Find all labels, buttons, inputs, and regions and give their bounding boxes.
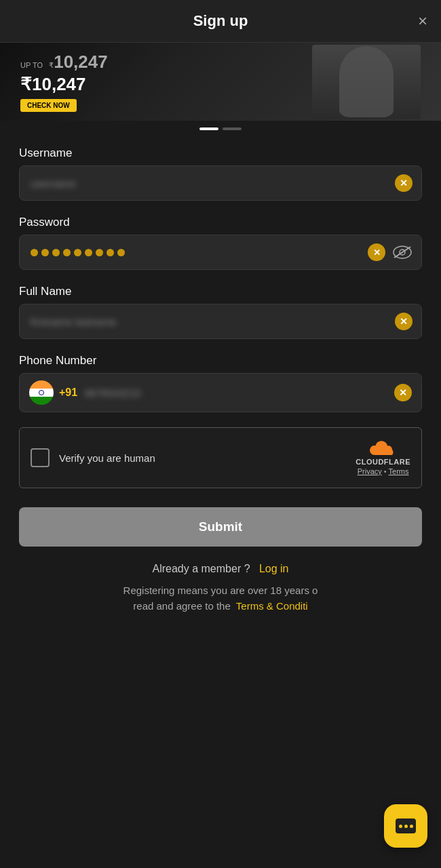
ashoka-wheel bbox=[39, 390, 44, 395]
fullname-label: Full Name bbox=[19, 285, 422, 298]
cf-separator: • bbox=[384, 467, 387, 475]
fullname-input[interactable]: firstname lastname bbox=[19, 304, 422, 339]
flag-india bbox=[29, 380, 54, 405]
already-member: Already a member ? Log in bbox=[19, 563, 422, 575]
username-label: Username bbox=[19, 146, 422, 160]
register-notice: Registering means you are over 18 years … bbox=[19, 583, 422, 614]
captcha-checkbox[interactable] bbox=[31, 448, 50, 467]
header: Sign up × bbox=[0, 0, 441, 43]
banner-upto: UP TO ₹10,247 bbox=[20, 52, 108, 73]
phone-label: Phone Number bbox=[19, 354, 422, 368]
password-field-wrapper: ✕ bbox=[19, 235, 422, 270]
cf-privacy-link[interactable]: Privacy bbox=[358, 467, 382, 475]
cloudflare-text: CLOUDFLARE bbox=[356, 458, 410, 466]
carousel-dots bbox=[0, 121, 441, 133]
phone-number: 9876543210 bbox=[84, 387, 394, 399]
fullname-value: firstname lastname bbox=[31, 316, 117, 328]
username-field-wrapper: username ✕ bbox=[19, 165, 422, 201]
flag-green bbox=[29, 397, 54, 405]
banner-cta[interactable]: CHECK NOW bbox=[20, 99, 77, 112]
chat-icon bbox=[396, 818, 416, 833]
flag-orange bbox=[29, 380, 54, 389]
captcha-container: Verify you are human CLOUDFLARE Privacy … bbox=[19, 427, 422, 488]
page-title: Sign up bbox=[193, 12, 248, 30]
username-value: username bbox=[31, 178, 76, 189]
submit-button[interactable]: Submit bbox=[19, 507, 422, 547]
register-notice-2: read and agree to the bbox=[133, 600, 230, 612]
phone-field-wrapper[interactable]: +91 9876543210 ✕ bbox=[19, 373, 422, 412]
banner-silhouette bbox=[339, 46, 394, 117]
cf-terms-link[interactable]: Terms bbox=[389, 467, 409, 475]
chat-ellipsis bbox=[399, 825, 413, 828]
cloudflare-links: Privacy • Terms bbox=[358, 467, 409, 475]
terms-conditions-link[interactable]: Terms & Conditi bbox=[236, 600, 308, 612]
already-member-text: Already a member ? bbox=[153, 563, 250, 574]
phone-clear-button[interactable]: ✕ bbox=[394, 384, 412, 401]
username-clear-button[interactable]: ✕ bbox=[395, 174, 413, 192]
fullname-clear-button[interactable]: ✕ bbox=[395, 313, 413, 330]
username-input[interactable]: username bbox=[19, 165, 422, 201]
password-label: Password bbox=[19, 216, 422, 229]
chat-button[interactable] bbox=[384, 804, 427, 848]
captcha-label: Verify you are human bbox=[59, 452, 155, 464]
banner-text: UP TO ₹10,247 ₹10,247 CHECK NOW bbox=[20, 52, 108, 112]
password-toggle-visibility[interactable] bbox=[392, 243, 413, 261]
password-dots bbox=[20, 239, 186, 266]
cloudflare-logo: CLOUDFLARE Privacy • Terms bbox=[356, 440, 410, 475]
password-input[interactable] bbox=[19, 235, 422, 270]
cloudflare-icon bbox=[368, 440, 398, 458]
register-notice-1: Registering means you are over 18 years … bbox=[123, 585, 318, 596]
login-link[interactable]: Log in bbox=[259, 563, 289, 574]
banner-content: UP TO ₹10,247 ₹10,247 CHECK NOW bbox=[0, 45, 441, 119]
cloudflare-badge: CLOUDFLARE Privacy • Terms bbox=[356, 440, 410, 475]
cloudflare-cloud-icon bbox=[368, 440, 398, 458]
svg-line-2 bbox=[394, 247, 410, 258]
dot-active[interactable] bbox=[199, 127, 218, 130]
banner-figure bbox=[312, 45, 421, 119]
fullname-field-wrapper: firstname lastname ✕ bbox=[19, 304, 422, 339]
password-actions: ✕ bbox=[368, 243, 413, 261]
banner-amount: ₹10,247 bbox=[20, 74, 108, 95]
captcha-left: Verify you are human bbox=[31, 448, 155, 467]
flag-white bbox=[29, 389, 54, 397]
close-button[interactable]: × bbox=[418, 13, 427, 29]
signup-form: Username username ✕ Password ✕ bbox=[0, 133, 441, 627]
country-code: +91 bbox=[59, 387, 77, 399]
banner: UP TO ₹10,247 ₹10,247 CHECK NOW bbox=[0, 43, 441, 121]
password-clear-button[interactable]: ✕ bbox=[368, 243, 385, 261]
dot-inactive[interactable] bbox=[223, 127, 242, 130]
